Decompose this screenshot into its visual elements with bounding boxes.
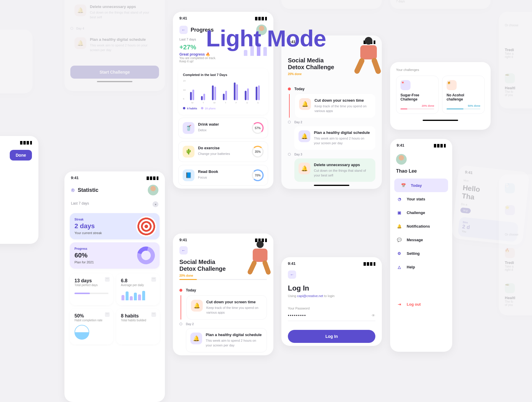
legend2: 20 plans — [205, 107, 216, 110]
progress-card[interactable]: Progress 60% Plan for 2021 — [70, 242, 160, 269]
side-fragment-top: Or choose Tredi Take a right d 🥗 Healtl … — [499, 12, 532, 108]
done-button[interactable]: Done — [10, 150, 32, 161]
or-choose-label2: Or choose — [505, 233, 532, 236]
bell-icon: 🔔 — [396, 223, 403, 229]
more-icon[interactable]: ⋯ — [151, 312, 156, 317]
habit-read-book[interactable]: 📘 Read BookFocus 70% — [178, 165, 268, 186]
tredi-sub2: right d — [505, 55, 532, 59]
t1-sub-b: Keep track of the time you spend on vari… — [314, 104, 366, 113]
pie-icon: ◔ — [396, 196, 403, 202]
day2-label: Day 2 — [186, 322, 194, 326]
range-chevron-icon[interactable]: ▾ — [153, 201, 158, 207]
intro-task-2[interactable]: 🔔 Plan a healthy digital scheduleThis we… — [70, 33, 159, 57]
eye-icon[interactable]: 👁 — [372, 313, 375, 318]
ring-icon: 70% — [252, 169, 264, 181]
password-input[interactable]: ••••••••• — [288, 313, 306, 318]
leaf-icon2: 🥗 — [505, 283, 515, 293]
gear-icon: ⚙ — [396, 250, 403, 257]
welcome-h1: me to — [0, 47, 25, 56]
person-illustration — [241, 241, 273, 279]
t2-sub-b: This week aim to spend 2 hours on your s… — [314, 137, 364, 145]
calendar-icon: 📅 — [400, 182, 407, 189]
status-time: 9:41 — [179, 238, 187, 242]
login-button[interactable]: Log In — [288, 330, 375, 343]
bell-icon: 🔔 — [74, 37, 86, 49]
habit-exercise[interactable]: 🌵 Do exerciseChange your batteries 35% — [178, 141, 268, 162]
menu-item-message[interactable]: 💬Message — [390, 233, 452, 247]
star-icon: ⭐ — [505, 205, 515, 215]
task1-title: Delete unnecessary apps — [90, 4, 155, 9]
metric-avg-daily[interactable]: 6.8 Average per daily ⋯ — [116, 273, 160, 305]
top-challenge-days: 7 days — [396, 0, 450, 3]
welcome-sub2: th it. — [0, 72, 25, 76]
health-sub2b: of you — [505, 303, 532, 307]
back-icon[interactable]: ← — [288, 270, 296, 279]
y-tick: 15 — [183, 80, 186, 82]
task1-sub: Cut down on the things that stand of you… — [90, 11, 149, 19]
t2-title-b: Plan a healthy digital schedule — [314, 130, 371, 135]
habit2-title: Do exercise — [198, 146, 248, 150]
book-icon: 📘 — [183, 169, 194, 181]
avatar[interactable] — [396, 154, 407, 165]
c2-t2: challenge — [447, 97, 480, 101]
c2-pct: 50% done — [447, 104, 480, 107]
x-tick: W — [213, 101, 216, 104]
menu-item-setting[interactable]: ⚙Setting — [390, 247, 452, 260]
habit-drink-water[interactable]: 🥤 Drink waterDetox 57% — [178, 118, 268, 138]
avatar[interactable] — [148, 185, 158, 195]
metric-total-habits[interactable]: 8 habits Total habits builded ⋯ — [116, 309, 160, 344]
status-time: 9:41 — [397, 143, 404, 147]
start-challenge-button[interactable]: Start Challenge — [70, 66, 159, 79]
status-time: 9:41 — [179, 16, 187, 20]
menu-item-today[interactable]: 📅Today — [394, 179, 448, 192]
challenge-card-alcohol[interactable]: 🍺 No Acohol challenge 50% done — [442, 76, 485, 114]
range-label: Last 7 days — [71, 201, 89, 207]
streak-card[interactable]: Streak 2 days Your current streak — [70, 213, 160, 239]
task2-title: Plan a healthy digital schedule — [90, 37, 155, 42]
t3-title-b: Delete unnecessary apps — [314, 163, 371, 167]
x-tick: T — [225, 101, 226, 104]
c2-t1: No Acohol — [447, 93, 480, 97]
metric-perfect-days[interactable]: 13 days Total perfect days ⋯ — [70, 273, 113, 305]
more-icon[interactable]: ⋯ — [105, 312, 110, 317]
intro-task-1[interactable]: 🔔 Delete unnecessary appsCut down on the… — [70, 0, 159, 24]
detox-task-2b[interactable]: 🔔 Plan a healthy digital scheduleThis we… — [294, 126, 375, 150]
login-sub: Using capi@creative.net to login — [288, 294, 375, 298]
back-icon[interactable]: ← — [179, 246, 188, 255]
status-icons — [147, 176, 158, 180]
metric2-label: Average per daily — [121, 283, 155, 287]
status-icons — [20, 140, 32, 145]
timer-fragment: Done :25 ⏸ ⏹ — [0, 136, 38, 244]
or-choose-label: Or choose — [505, 24, 532, 27]
x-tick: F — [236, 101, 237, 104]
drink-icon: 🍺 — [447, 80, 457, 90]
detox-task-1[interactable]: 🔔 Cut down your screen timeKeep track of… — [186, 295, 267, 320]
c1-pct: 20% done — [400, 104, 434, 107]
metric3-label: Habit completion rate — [74, 319, 108, 322]
status-icons — [255, 16, 267, 20]
detox-task-2[interactable]: 🔔 Plan a healthy digital scheduleThis we… — [186, 328, 267, 352]
day3-label-b: Day 3 — [294, 153, 302, 156]
habit2-sub: Change your batteries — [198, 152, 230, 155]
leaf-icon: 🥗 — [505, 73, 515, 83]
menu-item-stats[interactable]: ◔Your stats — [390, 192, 452, 206]
menu-item-help[interactable]: △Help — [390, 260, 452, 274]
menu-item-notifications[interactable]: 🔔Notifications — [390, 219, 452, 233]
more-icon[interactable]: ⋯ — [151, 277, 156, 282]
tredi-sub2b: right d — [505, 268, 532, 271]
detox-task-3b[interactable]: 🔔 Delete unnecessary appsCut down on the… — [294, 158, 375, 182]
menu-item-challenge[interactable]: ▣Challenge — [390, 206, 452, 219]
t2-title: Plan a healthy digital schedule — [206, 333, 262, 337]
calendar-fragment: 16 19 20 21 + — [281, 0, 382, 9]
detox-task-1b[interactable]: 🔔 Cut down your screen timeKeep track of… — [295, 94, 375, 118]
detox-screen-upper: 9:41 Social Media Detox Challenge 20% do… — [281, 35, 382, 189]
timeline-dot-active — [179, 289, 182, 292]
inp-pill: In p — [460, 207, 471, 214]
more-icon[interactable]: ⋯ — [105, 277, 110, 282]
metric-completion-rate[interactable]: 50% Habit completion rate ⋯ — [70, 309, 113, 344]
x-tick: S — [246, 101, 248, 104]
back-icon[interactable]: ← — [179, 26, 188, 34]
menu-item-logout[interactable]: ⇥Log out — [390, 297, 452, 311]
health-sub1: The fo — [505, 90, 532, 93]
challenge-card-sugar[interactable]: 🍬 Sugar-Free Challenge 20% done — [396, 76, 439, 114]
